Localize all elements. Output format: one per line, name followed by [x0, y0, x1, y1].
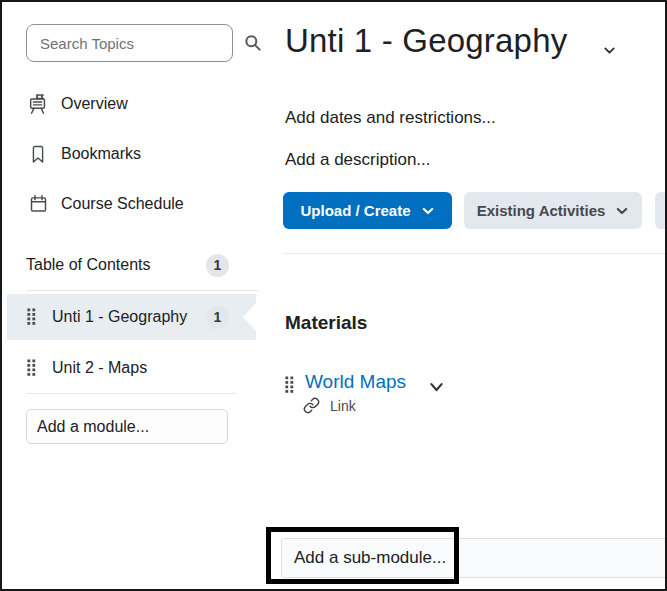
chevron-down-icon: [421, 204, 435, 218]
module-label: Unit 2 - Maps: [52, 359, 147, 377]
sidebar-item-label: Course Schedule: [61, 195, 184, 213]
calendar-icon: [26, 193, 50, 215]
sidebar-item-label: Bookmarks: [61, 145, 141, 163]
chevron-down-icon: [615, 204, 629, 218]
sidebar-module-unit2[interactable]: Unit 2 - Maps: [7, 345, 256, 391]
course-content-page: Overview Bookmarks Course Schedule Table…: [0, 0, 667, 591]
page-title: Unti 1 - Geography: [285, 22, 567, 60]
sidebar-item-label: Overview: [61, 95, 128, 113]
upload-create-button[interactable]: Upload / Create: [283, 192, 452, 229]
module-label: Unti 1 - Geography: [52, 308, 187, 326]
search-icon[interactable]: [243, 33, 263, 53]
drag-handle-icon[interactable]: [27, 359, 36, 377]
topic-row: World Maps: [285, 368, 445, 395]
toc-count-badge: 1: [206, 254, 229, 277]
topic-link-world-maps[interactable]: World Maps: [305, 371, 406, 393]
materials-heading: Materials: [285, 312, 367, 334]
add-description-link[interactable]: Add a description...: [285, 150, 431, 170]
search-topics-box[interactable]: [26, 24, 233, 62]
drag-handle-icon[interactable]: [27, 308, 36, 326]
search-input[interactable]: [27, 35, 243, 52]
content-divider: [283, 253, 665, 254]
existing-activities-button[interactable]: Existing Activities: [464, 192, 642, 229]
bookmark-icon: [26, 143, 50, 165]
selected-module-notch: [243, 303, 256, 331]
more-actions-button-partial[interactable]: [655, 192, 667, 229]
easel-icon: [26, 93, 50, 116]
upload-create-label: Upload / Create: [300, 202, 410, 219]
module-count-badge: 1: [206, 306, 229, 329]
add-submodule-input[interactable]: [281, 538, 667, 578]
link-icon: [303, 397, 320, 414]
sidebar-divider: [26, 393, 237, 394]
existing-activities-label: Existing Activities: [477, 202, 606, 219]
sidebar-item-table-of-contents[interactable]: Table of Contents 1: [26, 252, 229, 278]
sidebar-module-unit1[interactable]: Unti 1 - Geography 1: [7, 294, 256, 340]
sidebar-divider: [26, 290, 258, 291]
sidebar-item-bookmarks[interactable]: Bookmarks: [26, 138, 246, 170]
add-module-input[interactable]: [26, 409, 228, 444]
topic-menu-chevron-icon[interactable]: [428, 380, 445, 395]
sidebar-item-course-schedule[interactable]: Course Schedule: [26, 188, 246, 220]
toc-label: Table of Contents: [26, 256, 151, 274]
add-dates-restrictions-link[interactable]: Add dates and restrictions...: [285, 108, 496, 128]
drag-handle-icon[interactable]: [285, 376, 294, 394]
title-menu-chevron-icon[interactable]: [601, 42, 618, 59]
topic-type-row: Link: [303, 397, 356, 414]
topic-type-label: Link: [330, 398, 356, 414]
sidebar-item-overview[interactable]: Overview: [26, 88, 246, 120]
